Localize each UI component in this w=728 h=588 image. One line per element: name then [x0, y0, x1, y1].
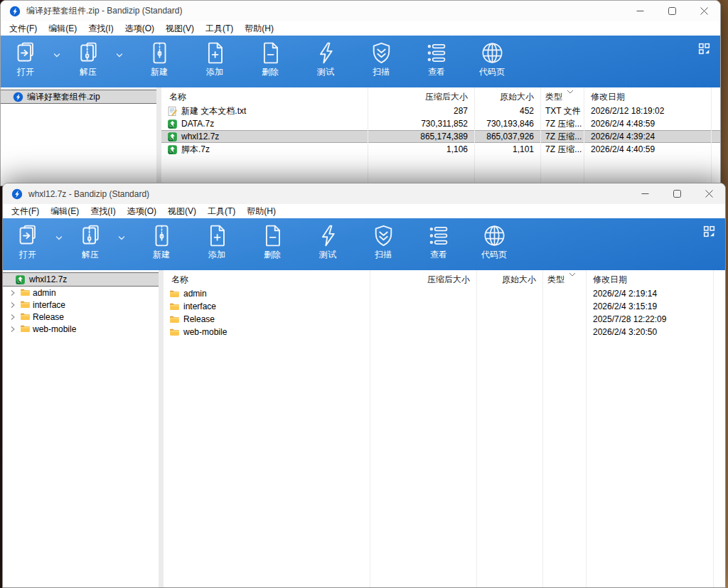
- column-header-packed[interactable]: 压缩后大小: [368, 91, 474, 103]
- chevron-right-icon[interactable]: [8, 313, 18, 321]
- menu-bar: 文件(F) 编辑(E) 查找(I) 选项(O) 视图(V) 工具(T) 帮助(H…: [3, 204, 725, 218]
- table-row[interactable]: admin 2026/2/4 2:19:14: [164, 287, 725, 300]
- tree-item-release[interactable]: Release: [3, 311, 159, 323]
- tree-item-interface[interactable]: interface: [3, 299, 159, 311]
- toolbar-add-button[interactable]: 添加: [189, 223, 245, 270]
- tree-item-label: 编译好整套组件.zip: [27, 91, 100, 103]
- column-divider[interactable]: [586, 270, 587, 587]
- panel-splitter[interactable]: [156, 87, 161, 186]
- table-row[interactable]: web-mobile 2026/2/4 3:20:50: [164, 326, 725, 338]
- toolbar-scan-button[interactable]: 扫描: [355, 223, 411, 270]
- table-row[interactable]: DATA.7z 730,311,852 730,193,846 7Z 压缩...…: [161, 117, 720, 130]
- column-divider[interactable]: [713, 270, 714, 587]
- column-divider[interactable]: [542, 270, 543, 587]
- 7z-archive-icon: [167, 132, 178, 142]
- close-icon: [705, 190, 713, 198]
- menu-item-tools[interactable]: 工具(T): [202, 204, 241, 219]
- open-dropdown-button[interactable]: [45, 41, 69, 87]
- toolbar-test-button[interactable]: 测试: [300, 223, 355, 270]
- toolbar-open-button[interactable]: 打开: [9, 223, 47, 270]
- folder-icon: [169, 327, 180, 338]
- titlebar[interactable]: whxl12.7z - Bandizip (Standard): [3, 183, 725, 204]
- folder-icon: [169, 301, 180, 312]
- toolbar-codepage-button[interactable]: 代码页: [464, 41, 520, 87]
- test-archive-icon: [316, 223, 341, 248]
- close-button[interactable]: [688, 1, 720, 21]
- menu-item-find[interactable]: 查找(I): [82, 21, 119, 36]
- table-row[interactable]: Release 2025/7/28 12:22:09: [164, 313, 725, 326]
- close-button[interactable]: [693, 183, 725, 204]
- table-row[interactable]: 脚本.7z 1,106 1,101 7Z 压缩... 2026/2/4 4:40…: [161, 143, 720, 156]
- toolbar-new-button[interactable]: 新建: [134, 223, 189, 270]
- menu-item-find[interactable]: 查找(I): [85, 204, 121, 219]
- menu-item-help[interactable]: 帮助(H): [241, 204, 282, 219]
- toolbar-layout-button[interactable]: [702, 225, 716, 238]
- column-header-modified[interactable]: 修改日期: [586, 274, 725, 286]
- toolbar-delete-button[interactable]: 删除: [242, 41, 298, 87]
- chevron-right-icon[interactable]: [8, 289, 18, 297]
- table-row[interactable]: interface 2026/2/4 3:15:19: [164, 300, 725, 313]
- chevron-right-icon[interactable]: [8, 301, 18, 309]
- column-header-name[interactable]: 名称: [164, 274, 370, 286]
- column-header-modified[interactable]: 修改日期: [584, 91, 720, 103]
- chevron-right-icon[interactable]: [8, 325, 18, 333]
- toolbar-add-button[interactable]: 添加: [187, 41, 242, 87]
- delete-file-icon: [258, 41, 283, 65]
- panel-splitter[interactable]: [159, 270, 164, 587]
- maximize-button[interactable]: [656, 1, 688, 21]
- chevron-down-icon: [117, 234, 126, 242]
- menu-item-file[interactable]: 文件(F): [6, 204, 45, 219]
- column-header-packed[interactable]: 压缩后大小: [370, 274, 476, 286]
- scan-shield-icon: [369, 41, 394, 65]
- menu-item-file[interactable]: 文件(F): [4, 21, 43, 36]
- maximize-button[interactable]: [661, 183, 693, 204]
- tree-item-label: whxl12.7z: [29, 274, 67, 284]
- menu-item-view[interactable]: 视图(V): [162, 204, 202, 219]
- window-controls: [629, 183, 725, 204]
- open-dropdown-button[interactable]: [47, 223, 71, 270]
- tree-item-archive-root[interactable]: whxl12.7z: [3, 272, 159, 287]
- column-header-type[interactable]: 类型: [542, 274, 586, 286]
- menu-item-view[interactable]: 视图(V): [160, 21, 200, 36]
- toolbar-viewfile-button[interactable]: 查看: [411, 223, 466, 270]
- extract-dropdown-button[interactable]: [107, 41, 132, 87]
- table-row[interactable]: 新建 文本文档.txt 287 452 TXT 文件 2026/2/12 18:…: [161, 105, 720, 117]
- toolbar-new-button[interactable]: 新建: [132, 41, 187, 87]
- tree-item-web-mobile[interactable]: web-mobile: [3, 323, 159, 335]
- menu-item-edit[interactable]: 编辑(E): [43, 21, 82, 36]
- column-header-type[interactable]: 类型: [540, 91, 584, 103]
- table-row-selected[interactable]: whxl12.7z 865,174,389 865,037,926 7Z 压缩.…: [161, 130, 720, 143]
- toolbar-scan-button[interactable]: 扫描: [353, 41, 409, 87]
- toolbar-extract-button[interactable]: 解压: [69, 41, 107, 87]
- toolbar-open-button[interactable]: 打开: [6, 41, 45, 87]
- sort-indicator-icon: [567, 90, 574, 94]
- toolbar-viewfile-button[interactable]: 查看: [409, 41, 464, 87]
- toolbar-extract-button[interactable]: 解压: [71, 223, 109, 270]
- toolbar-test-button[interactable]: 测试: [298, 41, 353, 87]
- menu-item-options[interactable]: 选项(O): [122, 204, 162, 219]
- menu-item-edit[interactable]: 编辑(E): [45, 204, 85, 219]
- list-header: 名称 压缩后大小 原始大小 类型 修改日期: [161, 90, 720, 105]
- tree-item-archive-root[interactable]: 编译好整套组件.zip: [1, 90, 156, 104]
- tree-item-admin[interactable]: admin: [3, 287, 159, 299]
- file-list: 名称 压缩后大小 原始大小 类型 修改日期 admin 2026/2/4 2:1…: [164, 270, 725, 587]
- toolbar-codepage-button[interactable]: 代码页: [466, 223, 522, 270]
- column-header-original[interactable]: 原始大小: [474, 91, 540, 103]
- test-archive-icon: [314, 41, 338, 65]
- minimize-button[interactable]: [624, 1, 656, 21]
- column-header-name[interactable]: 名称: [161, 91, 368, 103]
- titlebar[interactable]: 编译好整套组件.zip - Bandizip (Standard): [1, 1, 720, 21]
- menu-item-tools[interactable]: 工具(T): [200, 21, 239, 36]
- toolbar-layout-button[interactable]: [697, 42, 711, 55]
- tree-item-label: web-mobile: [33, 324, 76, 334]
- tree-item-label: interface: [33, 300, 65, 310]
- extract-dropdown-button[interactable]: [109, 223, 134, 270]
- desktop-background: 编译好整套组件.zip - Bandizip (Standard) 文件(F) …: [0, 0, 728, 588]
- minimize-button[interactable]: [629, 183, 661, 204]
- toolbar-delete-button[interactable]: 删除: [245, 223, 300, 270]
- menu-item-options[interactable]: 选项(O): [119, 21, 160, 36]
- column-divider[interactable]: [370, 270, 370, 587]
- menu-item-help[interactable]: 帮助(H): [239, 21, 279, 36]
- column-divider[interactable]: [476, 270, 477, 587]
- column-header-original[interactable]: 原始大小: [476, 274, 542, 286]
